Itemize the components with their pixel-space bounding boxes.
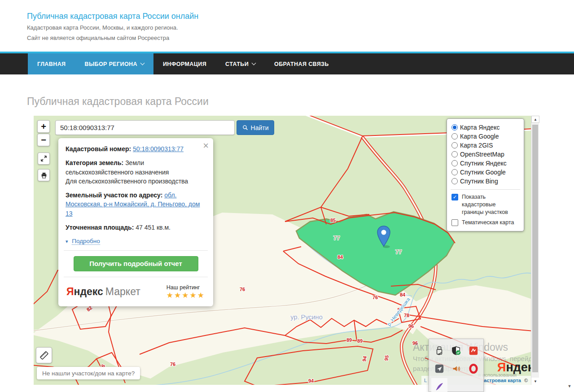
layer-option-2gis-map[interactable]: Карта 2GIS bbox=[451, 141, 519, 150]
chevron-down-icon bbox=[140, 61, 145, 65]
layer-option-google-satellite[interactable]: Спутник Google bbox=[451, 168, 519, 177]
nav-item-articles[interactable]: СТАТЬИ bbox=[216, 53, 265, 74]
site-header: Публичная кадастровая карта России онлай… bbox=[0, 0, 574, 52]
page-scroll-down-arrow-icon[interactable]: ▼ bbox=[565, 382, 574, 390]
details-toggle[interactable]: ▾ Подробно bbox=[66, 237, 206, 246]
scroll-up-arrow-icon[interactable]: ▲ bbox=[531, 116, 539, 123]
parcel-label: 94 bbox=[308, 378, 314, 383]
scrollbar-thumb[interactable] bbox=[532, 125, 538, 372]
nav-item-region-select[interactable]: ВЫБОР РЕГИОНА bbox=[75, 53, 153, 74]
area-row: Уточненная площадь: 47 451 кв.м. bbox=[66, 223, 206, 232]
scroll-down-arrow-icon[interactable]: ▼ bbox=[531, 378, 539, 385]
parcel-label: 84 bbox=[337, 254, 343, 260]
close-icon[interactable]: × bbox=[203, 141, 209, 151]
parcel-label: 96 bbox=[408, 323, 414, 329]
main-nav: ГЛАВНАЯ ВЫБОР РЕГИОНА ИНФОРМАЦИЯ СТАТЬИ … bbox=[0, 53, 574, 74]
rating-stars: ★★★★★ bbox=[167, 292, 205, 300]
page-title: Публичная кадастровая карта России bbox=[27, 96, 209, 108]
land-use-value: Для сельскохозяйственного производства bbox=[66, 178, 188, 185]
cadastral-map-attribution-link[interactable]: астровая карта bbox=[484, 378, 521, 383]
layer-option-label: Карта Google bbox=[460, 133, 499, 140]
leaflet-attribution[interactable]: L bbox=[424, 378, 427, 383]
radio-icon bbox=[451, 151, 458, 157]
checkbox-cadastral-borders[interactable]: ✓ Показать кадастровые границы участков bbox=[451, 193, 519, 216]
dark-app-icon[interactable] bbox=[433, 362, 446, 375]
fullscreen-button[interactable] bbox=[38, 152, 50, 165]
area-label: Уточненная площадь: bbox=[66, 224, 134, 231]
layer-option-yandex-map[interactable]: Карта Яндекс bbox=[451, 123, 519, 132]
nav-item-information[interactable]: ИНФОРМАЦИЯ bbox=[153, 53, 216, 74]
checkbox-thematic-map[interactable]: Тематическая карта bbox=[451, 219, 519, 226]
site-title-link[interactable]: Публичная кадастровая карта России онлай… bbox=[27, 12, 198, 21]
terms-of-use-link[interactable]: я использования bbox=[478, 372, 517, 378]
cadastral-number-link[interactable]: 50:18:0090313:77 bbox=[133, 145, 184, 152]
layer-option-label: Спутник Bing bbox=[460, 178, 498, 185]
plus-icon: + bbox=[41, 122, 46, 132]
ruler-icon bbox=[39, 350, 49, 361]
checkbox-checked-icon: ✓ bbox=[451, 194, 458, 200]
triangle-down-icon: ▾ bbox=[66, 239, 68, 244]
report-button[interactable]: Получить подробный отчет bbox=[74, 256, 198, 271]
layer-option-google-map[interactable]: Карта Google bbox=[451, 132, 519, 141]
nav-item-feedback[interactable]: ОБРАТНАЯ СВЯЗЬ bbox=[265, 53, 338, 74]
details-link-label: Подробно bbox=[72, 238, 100, 245]
yandex-market-logo[interactable]: ЯндексМаркет bbox=[66, 284, 140, 299]
market-row: ЯндексМаркет Наш рейтинг ★★★★★ bbox=[66, 282, 206, 301]
security-shield-icon[interactable] bbox=[450, 344, 463, 357]
not-found-label: Не нашли участок/дом на карте? bbox=[42, 370, 135, 377]
layer-option-yandex-satellite[interactable]: Спутник Яндекс bbox=[451, 159, 519, 168]
parcel-label: 85 bbox=[330, 218, 336, 223]
layer-option-label: Спутник Яндекс bbox=[460, 160, 507, 167]
feather-app-icon[interactable] bbox=[431, 378, 447, 392]
nav-item-information-label: ИНФОРМАЦИЯ bbox=[163, 61, 206, 67]
tray-icons-grid bbox=[431, 342, 482, 392]
layer-option-bing-satellite[interactable]: Спутник Bing bbox=[451, 177, 519, 186]
red-app-icon[interactable] bbox=[467, 344, 480, 357]
radio-icon bbox=[451, 160, 458, 166]
yandex-market-logo-ndex: ндекс bbox=[74, 286, 103, 297]
checkbox-icon bbox=[451, 219, 458, 226]
popup-divider bbox=[64, 277, 208, 277]
parcel-label: 77 bbox=[395, 248, 402, 255]
zoom-in-button[interactable]: + bbox=[37, 120, 50, 133]
land-category-row: Категория земель: Земли сельскохозяйстве… bbox=[66, 158, 206, 186]
layer-option-label: Спутник Google bbox=[460, 169, 506, 176]
radio-icon bbox=[451, 133, 458, 139]
page: Публичная кадастровая карта России онлай… bbox=[0, 0, 574, 392]
parcel-label: 89 bbox=[346, 337, 352, 343]
search-icon bbox=[242, 125, 248, 131]
search-button-label: Найти bbox=[251, 124, 269, 131]
cadastral-number-label: Кадастровый номер: bbox=[66, 145, 131, 152]
layers-divider bbox=[451, 189, 520, 190]
map-scrollbar[interactable]: ▲ ▼ bbox=[531, 116, 539, 385]
copyright-sign: © bbox=[524, 378, 528, 383]
nav-item-home-label: ГЛАВНАЯ bbox=[37, 61, 66, 67]
site-subtitle-2: Сайт не является официальным сайтом Роср… bbox=[27, 35, 169, 41]
nav-item-feedback-label: ОБРАТНАЯ СВЯЗЬ bbox=[274, 61, 329, 67]
search-input[interactable] bbox=[55, 120, 235, 135]
printer-icon bbox=[40, 172, 48, 179]
radio-icon bbox=[451, 178, 458, 184]
opera-browser-icon[interactable] bbox=[467, 362, 480, 375]
checkbox-label: Тематическая карта bbox=[462, 219, 514, 226]
usb-device-icon[interactable] bbox=[433, 344, 446, 357]
print-button[interactable] bbox=[38, 169, 50, 181]
volume-icon[interactable] bbox=[450, 362, 463, 375]
search-button[interactable]: Найти bbox=[237, 120, 274, 135]
parcel-label: 76 bbox=[170, 362, 175, 367]
parcel-label: 76 bbox=[240, 287, 245, 292]
minus-icon: − bbox=[41, 135, 46, 145]
rating-label: Наш рейтинг bbox=[167, 283, 205, 292]
area-value: 47 451 кв.м. bbox=[136, 224, 171, 231]
map-marker-pin[interactable] bbox=[376, 225, 392, 248]
radio-icon bbox=[451, 142, 458, 148]
yandex-market-logo-ya: Я bbox=[66, 286, 74, 297]
layer-option-label: Карта Яндекс bbox=[460, 124, 500, 131]
zoom-out-button[interactable]: − bbox=[37, 134, 50, 146]
nav-item-home[interactable]: ГЛАВНАЯ bbox=[28, 53, 75, 74]
chevron-down-icon bbox=[252, 61, 256, 65]
measure-button[interactable] bbox=[36, 347, 52, 363]
layer-option-openstreetmap[interactable]: OpenStreetMap bbox=[451, 150, 519, 159]
not-found-link[interactable]: Не нашли участок/дом на карте? bbox=[37, 367, 140, 379]
parcel-label: 76 bbox=[372, 295, 378, 300]
